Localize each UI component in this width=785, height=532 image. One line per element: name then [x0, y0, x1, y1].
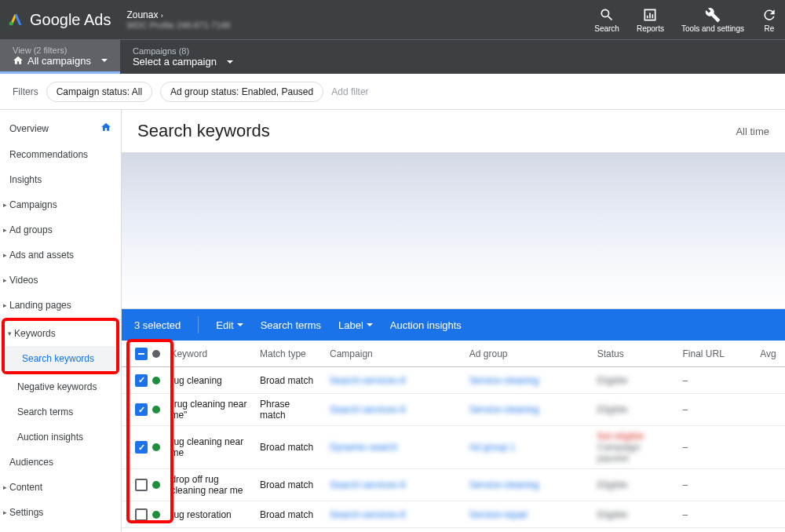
cell-url: –: [676, 505, 754, 525]
cell-match: Broad match: [254, 505, 323, 525]
table-header-row: Keyword Match type Campaign Ad group Sta…: [122, 341, 785, 367]
col-header-status[interactable]: Status: [591, 344, 677, 364]
cell-keyword: rug cleaning: [164, 370, 254, 391]
table-row[interactable]: rug restoration Broad match Search-servi…: [122, 501, 785, 528]
sidebar-item-auction-insights[interactable]: Auction insights: [0, 425, 121, 450]
chevron-down-icon: [227, 60, 233, 64]
table-row[interactable]: drop off rug cleaning near me Broad matc…: [122, 469, 785, 501]
search-terms-button[interactable]: Search terms: [261, 319, 321, 331]
sidebar-item-overview[interactable]: Overview: [0, 115, 121, 142]
cell-url: –: [676, 370, 754, 391]
select-all-checkbox[interactable]: [135, 348, 148, 360]
sidebar-item-settings[interactable]: Settings: [0, 500, 121, 525]
sidebar-item-change-history[interactable]: Change history: [0, 525, 121, 532]
account-switcher[interactable]: Zounax › WDC Profile 248-871-7148: [126, 9, 230, 30]
home-icon: [13, 55, 24, 66]
sidebar-item-landing-pages[interactable]: Landing pages: [0, 293, 121, 318]
col-header-match[interactable]: Match type: [254, 344, 323, 364]
col-header-adgroup[interactable]: Ad group: [463, 344, 591, 364]
sidebar-item-campaigns[interactable]: Campaigns: [0, 192, 121, 217]
account-name: Zounax: [126, 9, 158, 20]
cell-match: Broad match: [254, 475, 323, 495]
view-breadcrumb[interactable]: View (2 filters) All campaigns: [0, 40, 120, 74]
add-filter-button[interactable]: Add filter: [331, 86, 368, 97]
sidebar-item-content[interactable]: Content: [0, 475, 121, 500]
cell-campaign: Search-services-8: [323, 399, 463, 420]
time-range-selector[interactable]: All time: [736, 126, 769, 137]
cell-campaign: Search-services-8: [323, 475, 463, 495]
page-title: Search keywords: [137, 121, 270, 141]
cell-adgroup: Service-repair: [463, 505, 591, 525]
status-dot: [152, 406, 160, 414]
reports-icon: [642, 7, 658, 23]
search-button[interactable]: Search: [594, 7, 619, 33]
refresh-icon: [761, 7, 777, 23]
filter-bar: Filters Campaign status: All Ad group st…: [0, 74, 785, 110]
campaign-breadcrumb[interactable]: Campaigns (8) Select a campaign: [120, 40, 246, 74]
action-bar: 3 selected Edit Search terms Label Aucti…: [122, 309, 785, 341]
cell-avg: [754, 480, 785, 490]
status-dot: [152, 350, 160, 358]
cell-adgroup: Service-cleaning: [463, 370, 591, 391]
edit-menu[interactable]: Edit: [216, 319, 243, 331]
svg-point-0: [9, 22, 13, 26]
label-menu[interactable]: Label: [338, 319, 373, 331]
sidebar-item-audiences[interactable]: Audiences: [0, 450, 121, 475]
chart-placeholder: [122, 152, 785, 309]
col-header-avg[interactable]: Avg: [754, 344, 785, 364]
cell-match: Phrase match: [254, 394, 323, 425]
refresh-button[interactable]: Re: [761, 7, 777, 33]
row-checkbox[interactable]: [135, 403, 148, 416]
sidebar-item-search-keywords[interactable]: Search keywords: [5, 346, 116, 371]
filter-chip-adgroup-status[interactable]: Ad group status: Enabled, Paused: [160, 82, 323, 102]
sidebar-item-ads-and-assets[interactable]: Ads and assets: [0, 242, 121, 268]
col-header-url[interactable]: Final URL: [676, 344, 754, 364]
breadcrumb-bar: View (2 filters) All campaigns Campaigns…: [0, 39, 785, 74]
row-checkbox[interactable]: [135, 441, 148, 454]
status-dot: [152, 377, 160, 384]
cell-adgroup: Ad group 1: [463, 437, 591, 457]
sidebar-item-videos[interactable]: Videos: [0, 268, 121, 293]
cell-campaign: Dynamic-search: [323, 437, 463, 457]
annotation-highlight: KeywordsSearch keywords: [2, 318, 119, 374]
table-row[interactable]: "rug cleaning near me" Phrase match Sear…: [122, 394, 785, 426]
selection-count: 3 selected: [134, 319, 181, 331]
wrench-icon: [705, 7, 721, 23]
cell-keyword: "professional rug cleaning near me": [164, 528, 254, 532]
filter-chip-campaign-status[interactable]: Campaign status: All: [46, 82, 152, 102]
row-checkbox[interactable]: [135, 479, 148, 491]
table-row[interactable]: "professional rug cleaning near me" Phra…: [122, 528, 785, 532]
sidebar-item-insights[interactable]: Insights: [0, 167, 121, 192]
sidebar-item-ad-groups[interactable]: Ad groups: [0, 217, 121, 242]
cell-keyword: drop off rug cleaning near me: [164, 469, 254, 501]
row-checkbox[interactable]: [135, 508, 148, 521]
cell-match: Broad match: [254, 437, 323, 457]
table-row[interactable]: rug cleaning Broad match Search-services…: [122, 367, 785, 394]
sidebar-item-recommendations[interactable]: Recommendations: [0, 142, 121, 167]
reports-button[interactable]: Reports: [637, 7, 664, 33]
app-header: Google Ads Zounax › WDC Profile 248-871-…: [0, 0, 785, 39]
cell-status: Not eligibleCampaign paused: [591, 426, 677, 468]
cell-adgroup: Service-cleaning: [463, 475, 591, 495]
product-logo[interactable]: Google Ads: [8, 11, 111, 29]
cell-match: Broad match: [254, 370, 323, 391]
chevron-down-icon: [237, 323, 243, 326]
cell-avg: [754, 405, 785, 414]
col-header-keyword[interactable]: Keyword: [164, 344, 254, 364]
table-row[interactable]: rug cleaning near me Broad match Dynamic…: [122, 426, 785, 469]
sidebar-item-keywords[interactable]: Keywords: [5, 321, 116, 346]
cell-keyword: rug cleaning near me: [164, 432, 254, 463]
status-dot: [152, 481, 160, 489]
status-dot: [152, 511, 160, 519]
col-header-campaign[interactable]: Campaign: [323, 344, 463, 364]
page-header: Search keywords All time: [122, 110, 785, 152]
chevron-down-icon: [367, 323, 373, 326]
tools-button[interactable]: Tools and settings: [681, 7, 744, 33]
cell-status: Eligible: [591, 505, 677, 525]
product-name: Google Ads: [30, 11, 111, 29]
sidebar: OverviewRecommendationsInsightsCampaigns…: [0, 110, 122, 532]
row-checkbox[interactable]: [135, 374, 148, 387]
sidebar-item-negative-keywords[interactable]: Negative keywords: [0, 374, 121, 399]
auction-insights-button[interactable]: Auction insights: [390, 319, 462, 331]
sidebar-item-search-terms[interactable]: Search terms: [0, 399, 121, 425]
